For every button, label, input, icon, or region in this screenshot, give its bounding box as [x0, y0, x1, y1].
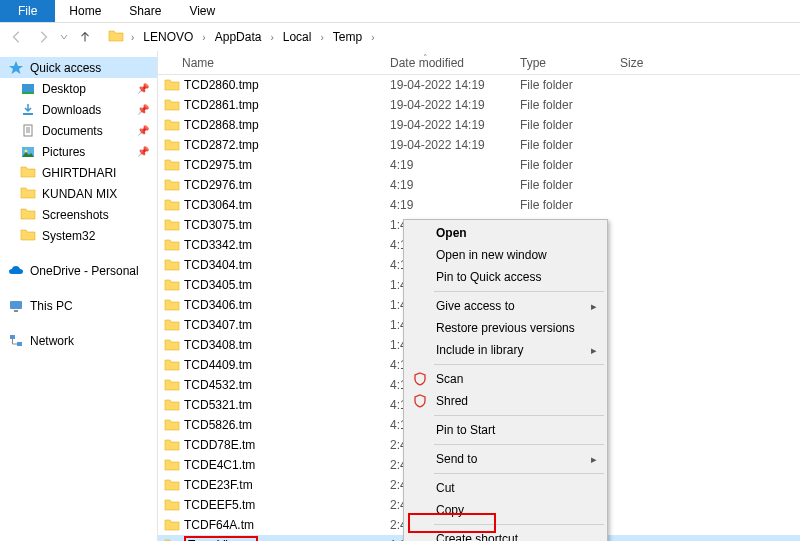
file-row[interactable]: TCD2976.tm4:19File folder: [158, 175, 800, 195]
svg-rect-8: [10, 335, 15, 339]
svg-rect-1: [22, 92, 34, 94]
pin-icon: 📌: [137, 125, 149, 136]
ctx-copy[interactable]: Copy: [406, 499, 605, 521]
folder-icon: [164, 258, 180, 272]
sidebar-thispc[interactable]: This PC: [0, 295, 157, 316]
ctx-include-in-library[interactable]: Include in library▸: [406, 339, 605, 361]
context-menu: Open Open in new window Pin to Quick acc…: [403, 219, 608, 541]
file-list: Name Date modified Type Size ˄ TCD2860.t…: [158, 51, 800, 541]
file-name: TCD3064.tm: [184, 198, 252, 212]
file-date: 19-04-2022 14:19: [390, 118, 520, 132]
file-name: TCD3405.tm: [184, 278, 252, 292]
up-button[interactable]: [74, 26, 96, 48]
ctx-send-to[interactable]: Send to▸: [406, 448, 605, 470]
sort-indicator-icon: ˄: [423, 53, 428, 63]
ctx-create-shortcut[interactable]: Create shortcut: [406, 528, 605, 541]
shield-icon: [412, 371, 428, 387]
sidebar-label: Quick access: [30, 61, 101, 75]
sidebar-item-label: Desktop: [42, 82, 86, 96]
breadcrumb-segment[interactable]: Local: [281, 30, 314, 44]
column-date[interactable]: Date modified: [390, 56, 520, 70]
file-type: File folder: [520, 138, 620, 152]
ctx-pin-quick-access[interactable]: Pin to Quick access: [406, 266, 605, 288]
column-headers[interactable]: Name Date modified Type Size ˄: [158, 51, 800, 75]
breadcrumb-segment[interactable]: AppData: [213, 30, 264, 44]
sidebar-item[interactable]: Downloads📌: [0, 99, 157, 120]
ctx-scan[interactable]: Scan: [406, 368, 605, 390]
sidebar-network[interactable]: Network: [0, 330, 157, 351]
folder-icon: [164, 78, 180, 92]
chevron-right-icon: ›: [368, 32, 377, 43]
chevron-right-icon: ›: [267, 32, 276, 43]
tab-share[interactable]: Share: [115, 0, 175, 22]
file-name: TCD4409.tm: [184, 358, 252, 372]
file-row[interactable]: TCD2861.tmp19-04-2022 14:19File folder: [158, 95, 800, 115]
file-row[interactable]: TCD2860.tmp19-04-2022 14:19File folder: [158, 75, 800, 95]
breadcrumb[interactable]: › LENOVO › AppData › Local › Temp ›: [108, 26, 377, 48]
pin-icon: 📌: [137, 104, 149, 115]
ctx-give-access-to[interactable]: Give access to▸: [406, 295, 605, 317]
ctx-label: Send to: [436, 452, 477, 466]
tab-home[interactable]: Home: [55, 0, 115, 22]
ribbon-tabs: File Home Share View: [0, 0, 800, 23]
column-name[interactable]: Name: [158, 56, 390, 70]
sidebar: Quick access Desktop📌Downloads📌Documents…: [0, 51, 158, 541]
svg-rect-7: [14, 310, 18, 312]
folder-icon: [164, 418, 180, 432]
file-name: TCDEEF5.tm: [184, 498, 255, 512]
sidebar-onedrive[interactable]: OneDrive - Personal: [0, 260, 157, 281]
forward-button[interactable]: [32, 26, 54, 48]
ctx-label: Shred: [436, 394, 468, 408]
back-button[interactable]: [6, 26, 28, 48]
folder-icon: [164, 138, 180, 152]
file-name: TeamViewer: [184, 536, 258, 541]
column-size[interactable]: Size: [620, 56, 700, 70]
ctx-label: Open: [436, 226, 467, 240]
ctx-pin-start[interactable]: Pin to Start: [406, 419, 605, 441]
file-type: File folder: [520, 78, 620, 92]
breadcrumb-segment[interactable]: LENOVO: [141, 30, 195, 44]
ctx-open[interactable]: Open: [406, 222, 605, 244]
ctx-restore-versions[interactable]: Restore previous versions: [406, 317, 605, 339]
tab-view[interactable]: View: [175, 0, 229, 22]
file-date: 4:19: [390, 178, 520, 192]
sidebar-quick-access[interactable]: Quick access: [0, 57, 157, 78]
star-icon: [8, 60, 24, 76]
sidebar-item[interactable]: KUNDAN MIX: [0, 183, 157, 204]
breadcrumb-segment[interactable]: Temp: [331, 30, 364, 44]
ctx-cut[interactable]: Cut: [406, 477, 605, 499]
sidebar-item[interactable]: Pictures📌: [0, 141, 157, 162]
separator: [434, 524, 604, 525]
sidebar-item[interactable]: System32: [0, 225, 157, 246]
sidebar-item[interactable]: Screenshots: [0, 204, 157, 225]
svg-rect-2: [23, 113, 33, 115]
file-name: TCD3342.tm: [184, 238, 252, 252]
file-row[interactable]: TCD2868.tmp19-04-2022 14:19File folder: [158, 115, 800, 135]
sidebar-item[interactable]: Documents📌: [0, 120, 157, 141]
tab-file[interactable]: File: [0, 0, 55, 22]
file-name: TCD5321.tm: [184, 398, 252, 412]
folder-icon: [164, 398, 180, 412]
separator: [434, 364, 604, 365]
sidebar-item-label: Screenshots: [42, 208, 109, 222]
file-row[interactable]: TCD2975.tm4:19File folder: [158, 155, 800, 175]
svg-rect-0: [22, 84, 34, 92]
file-name: TCDD78E.tm: [184, 438, 255, 452]
ctx-open-new-window[interactable]: Open in new window: [406, 244, 605, 266]
file-row[interactable]: TCD2872.tmp19-04-2022 14:19File folder: [158, 135, 800, 155]
network-icon: [8, 333, 24, 349]
file-row[interactable]: TCD3064.tm4:19File folder: [158, 195, 800, 215]
folder-icon: [164, 478, 180, 492]
ctx-label: Include in library: [436, 343, 523, 357]
sidebar-item[interactable]: Desktop📌: [0, 78, 157, 99]
file-name: TCD3407.tm: [184, 318, 252, 332]
recent-dropdown[interactable]: [58, 26, 70, 48]
sidebar-item[interactable]: GHIRTDHARI: [0, 162, 157, 183]
column-type[interactable]: Type: [520, 56, 620, 70]
sidebar-item-label: Pictures: [42, 145, 85, 159]
file-date: 19-04-2022 14:19: [390, 138, 520, 152]
nav-bar: › LENOVO › AppData › Local › Temp ›: [0, 23, 800, 51]
ctx-shred[interactable]: Shred: [406, 390, 605, 412]
item-icon: [20, 123, 36, 139]
file-type: File folder: [520, 178, 620, 192]
